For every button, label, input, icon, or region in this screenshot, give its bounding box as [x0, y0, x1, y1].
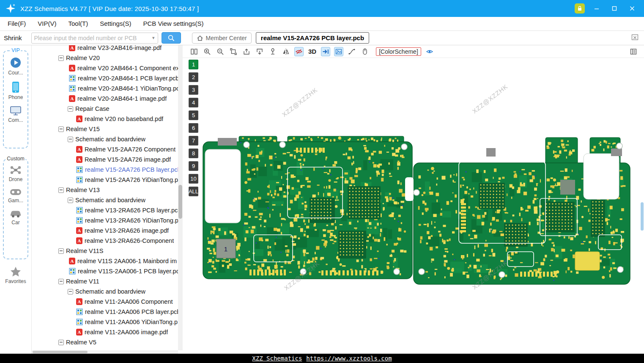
layer-button-7[interactable]: 7: [189, 136, 198, 146]
minimize-button[interactable]: [591, 3, 603, 14]
sidebar-item-car[interactable]: Car: [4, 209, 27, 226]
collapse-icon[interactable]: [68, 106, 73, 112]
layer-button-5[interactable]: 5: [189, 110, 198, 120]
collapse-icon[interactable]: [58, 340, 64, 345]
tree-folder[interactable]: Realme V15: [32, 124, 178, 134]
tree-file[interactable]: Arealme V13-2RA626 image.pdf: [32, 226, 178, 236]
tree-file[interactable]: Arealme V20 no baseband.pdf: [32, 114, 178, 124]
sidebar-item-computer[interactable]: Com...: [4, 106, 27, 123]
layer-button-2[interactable]: 2: [189, 72, 198, 82]
visibility-eye-icon[interactable]: [425, 47, 434, 56]
menu-item-3[interactable]: Tool(T): [63, 17, 94, 30]
collapse-icon[interactable]: [68, 289, 73, 294]
chevron-down-icon[interactable]: ▾: [152, 35, 158, 41]
tree-file[interactable]: Arealme V20 2AB464-1 Component ex: [32, 63, 178, 73]
tree-vertical-scrollbar[interactable]: [178, 45, 183, 350]
layer-button-ALL[interactable]: ALL: [189, 187, 198, 196]
3d-view-button[interactable]: 3D: [307, 48, 317, 55]
tree-folder[interactable]: Schematic and boardview: [32, 195, 178, 205]
collapse-icon[interactable]: [58, 279, 64, 284]
shrink-button[interactable]: Shrink: [4, 34, 22, 41]
tree-folder[interactable]: Schematic and boardview: [32, 286, 178, 297]
open-top-layer-icon[interactable]: [242, 47, 251, 56]
sidebar-item-course[interactable]: Cour...: [4, 57, 27, 76]
statusbar-url[interactable]: https://www.xzztools.com: [306, 355, 392, 362]
fit-screen-icon[interactable]: [229, 47, 238, 56]
layer-button-9[interactable]: 9: [189, 161, 198, 171]
zoom-out-icon[interactable]: [216, 47, 225, 56]
mouse-settings-icon[interactable]: [360, 47, 370, 56]
layer-button-6[interactable]: 6: [189, 123, 198, 133]
tree-file[interactable]: Arealme V11-2AA006 image.pdf: [32, 327, 178, 337]
layer-button-4[interactable]: 4: [189, 98, 198, 107]
tree-file[interactable]: Arealme V11-2AA006 Component: [32, 297, 178, 307]
scrollbar-thumb[interactable]: [33, 351, 88, 353]
menu-item-4[interactable]: Settings(S): [94, 17, 137, 30]
tree-file[interactable]: realme V15-2AA726 YiDianTong.p: [32, 175, 178, 185]
canvas-scrollbar-thumb[interactable]: [641, 202, 644, 231]
sidebar-item-drone[interactable]: Drone: [4, 165, 27, 182]
sidebar-item-games[interactable]: Gam...: [4, 188, 27, 204]
close-button[interactable]: [626, 3, 638, 14]
mirror-flip-icon[interactable]: [281, 47, 290, 56]
open-document-tab[interactable]: realme V15-2AA726 PCB layer.pcb: [256, 32, 369, 44]
menu-item-2[interactable]: VIP(V): [32, 17, 62, 30]
tree-folder[interactable]: Realme V20: [32, 53, 178, 63]
tree-file[interactable]: realme V11S-2AA006-1 PCB layer.pcb: [32, 266, 178, 276]
collapse-icon[interactable]: [58, 187, 64, 193]
tree-folder[interactable]: Schematic and boardview: [32, 134, 178, 144]
colorscheme-button[interactable]: [ColorScheme]: [376, 47, 421, 56]
pin-marker-icon[interactable]: [268, 47, 277, 56]
search-button[interactable]: [162, 32, 181, 44]
tree-file[interactable]: Arealme V11S 2AA006-1 Mainbord im: [32, 256, 178, 266]
tree-file[interactable]: Arealme V13-2RA626-Component: [32, 236, 178, 246]
collapse-icon[interactable]: [58, 55, 64, 61]
tree-file[interactable]: realme V15-2AA726 PCB layer.pcb: [32, 165, 178, 175]
tree-file[interactable]: realme V11-2AA006 PCB layer.pcb: [32, 307, 178, 317]
pcb-canvas[interactable]: 12345678910ALL: [183, 58, 644, 354]
tree-folder[interactable]: Realme V5: [32, 337, 178, 347]
collapse-icon[interactable]: [58, 126, 64, 132]
tree-file[interactable]: realme V11-2AA006 YiDianTong.p: [32, 317, 178, 327]
split-view-icon[interactable]: [189, 47, 199, 56]
layer-button-10[interactable]: 10: [189, 174, 198, 184]
collapse-icon[interactable]: [68, 198, 73, 203]
tree-file[interactable]: realme V20-2AB464-1 YiDianTong.pc: [32, 83, 178, 94]
tree-folder[interactable]: Realme V11: [32, 276, 178, 286]
maximize-button[interactable]: [608, 3, 620, 14]
layer-button-8[interactable]: 8: [189, 148, 198, 158]
zoom-in-icon[interactable]: [203, 47, 212, 56]
layer-button-3[interactable]: 3: [189, 85, 198, 95]
scrollbar-thumb[interactable]: [178, 185, 182, 219]
vip-group: VIP Cour... Phone Com...: [3, 50, 28, 148]
curve-measure-icon[interactable]: [347, 47, 356, 56]
model-search-box[interactable]: ▾: [31, 33, 158, 44]
image-overlay-icon[interactable]: [334, 47, 343, 56]
tree-folder[interactable]: Realme V13: [32, 185, 178, 195]
tree-file[interactable]: realme V13-2RA626 PCB layer.pcb: [32, 205, 178, 215]
search-input[interactable]: [32, 35, 152, 41]
tree-file[interactable]: realme V13-2RA626 YiDianTong.p: [32, 215, 178, 226]
tree-file[interactable]: realme V20-2AB464-1 PCB layer.pcb: [32, 73, 178, 83]
vip-lock-icon[interactable]: [575, 3, 585, 14]
tree-folder[interactable]: Realme V11S: [32, 246, 178, 256]
tree-file[interactable]: ARealme V15-2AA726 Component: [32, 144, 178, 154]
tree-folder[interactable]: Repair Case: [32, 104, 178, 114]
menu-item-5[interactable]: PCB View settings(S): [137, 17, 209, 30]
collapse-icon[interactable]: [58, 248, 64, 254]
menu-item-1[interactable]: File(F): [2, 17, 32, 30]
close-view-icon[interactable]: [631, 33, 639, 43]
tree-file[interactable]: Arealme V23-2AB416-image.pdf: [32, 45, 178, 53]
sidebar-item-phone[interactable]: Phone: [4, 81, 27, 100]
sidebar-item-favorites[interactable]: Favorites: [0, 266, 31, 284]
layers-panel-icon[interactable]: [629, 47, 638, 56]
tree-file[interactable]: Arealme V20-2AB464-1 image.pdf: [32, 94, 178, 104]
tree-file[interactable]: ARealme V15-2AA726 image.pdf: [32, 154, 178, 165]
collapse-icon[interactable]: [68, 137, 73, 142]
member-center-button[interactable]: Member Center: [192, 33, 252, 44]
tree-horizontal-scrollbar[interactable]: [32, 350, 178, 354]
layer-button-1[interactable]: 1: [189, 60, 198, 69]
open-bottom-layer-icon[interactable]: [255, 47, 264, 56]
hide-components-icon[interactable]: [294, 47, 304, 56]
move-to-edge-icon[interactable]: [321, 47, 330, 56]
